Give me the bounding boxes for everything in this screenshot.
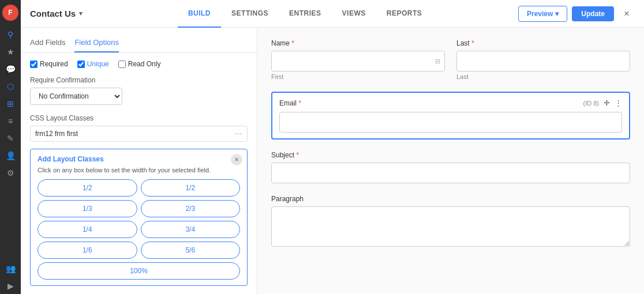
name-input-icon: ⊟ [435,58,440,65]
nav-icon-search[interactable]: ⚲ [2,27,18,43]
width-row-sixth: 1/6 5/6 [38,242,240,259]
email-header: Email * (ID 8) ✛ ⋮ [279,99,622,107]
checkbox-row: Required Unique Read Only [30,60,248,68]
tab-add-fields[interactable]: Add Fields [30,33,65,52]
nav-icon-user[interactable]: 👤 [2,148,18,164]
header-actions: Preview ▾ Update × [518,6,635,22]
preview-chevron-icon: ▾ [555,10,559,18]
name-last-row: Name * ⊟ First Last * Last [271,39,630,80]
name-required-star: * [291,39,294,47]
width-btn-half-2[interactable]: 1/2 [141,179,241,197]
readonly-label: Read Only [128,60,161,68]
email-cross-icon[interactable]: ✛ [604,99,610,107]
update-button[interactable]: Update [572,6,614,21]
tab-entries[interactable]: ENTRIES [279,0,332,28]
last-input[interactable] [456,51,630,71]
unique-checkbox[interactable] [77,61,85,68]
name-input[interactable] [271,51,445,71]
add-layout-close-button[interactable]: × [231,154,242,165]
width-row-third: 1/3 2/3 [38,200,240,217]
width-grid: 1/2 1/2 1/3 2/3 1/4 3/4 1/6 [38,179,240,280]
header-nav: BUILD SETTINGS ENTRIES VIEWS REPORTS [96,0,514,28]
nav-icon-form[interactable]: ⊞ [2,96,18,112]
panel-content: Required Unique Read Only Require Confir… [21,53,257,294]
name-label: Name * [271,39,445,47]
body-area: Add Fields Field Options Required Unique [21,28,644,294]
subject-label: Subject * [271,151,630,159]
last-label: Last * [456,39,630,47]
email-label: Email * [279,99,301,107]
width-btn-third[interactable]: 1/3 [38,200,137,217]
header: Contact Us ▾ BUILD SETTINGS ENTRIES VIEW… [21,0,644,28]
require-confirmation-section: Require Confirmation No Confirmation Req… [30,76,248,114]
tab-views[interactable]: VIEWS [332,0,376,28]
tab-reports[interactable]: REPORTS [376,0,433,28]
tab-field-options[interactable]: Field Options [74,33,119,52]
add-layout-box: × Add Layout Classes Click on any box be… [30,149,248,286]
name-sublabel: First [271,73,445,80]
email-input-area[interactable] [279,112,622,133]
css-layout-label: CSS Layout Classes [30,114,248,122]
email-id-label: (ID 8) [583,100,600,107]
css-input-row: ··· [30,126,248,142]
header-title: Contact Us ▾ [30,9,83,18]
css-layout-input[interactable] [35,130,233,138]
width-row-half: 1/2 1/2 [38,179,240,197]
width-row-quarter: 1/4 3/4 [38,221,240,238]
css-input-dots-icon[interactable]: ··· [235,129,242,139]
add-layout-title: Add Layout Classes [38,155,240,163]
nav-icon-play[interactable]: ▶ [2,278,18,294]
name-group: Name * ⊟ First [271,39,445,80]
required-label: Required [40,60,68,68]
tab-build[interactable]: BUILD [178,0,221,28]
email-menu-icon[interactable]: ⋮ [615,99,622,107]
last-group: Last * Last [456,39,630,80]
app-logo[interactable]: F [2,5,18,21]
title-chevron-icon[interactable]: ▾ [79,10,83,17]
name-input-wrapper: ⊟ [271,51,445,71]
preview-label: Preview [527,10,553,18]
preview-button[interactable]: Preview ▾ [518,6,567,22]
left-panel: Add Fields Field Options Required Unique [21,28,257,294]
panel-tabs: Add Fields Field Options [21,28,257,53]
nav-icon-chat[interactable]: 💬 [2,61,18,77]
required-checkbox[interactable] [30,61,38,68]
width-btn-two-thirds[interactable]: 2/3 [141,200,241,217]
subject-section: Subject * [271,151,630,183]
width-btn-sixth[interactable]: 1/6 [38,242,137,259]
last-sublabel: Last [456,73,630,80]
checkbox-readonly[interactable]: Read Only [118,60,161,68]
width-row-full: 100% [38,262,240,280]
paragraph-textarea[interactable] [271,206,630,247]
width-btn-quarter[interactable]: 1/4 [38,221,137,238]
left-sidebar: F ⚲ ★ 💬 ⬡ ⊞ ≡ ✎ 👤 ⚙ 👥 ▶ [0,0,21,294]
paragraph-section: Paragraph [271,195,630,248]
add-layout-desc: Click on any box below to set the width … [38,167,240,174]
subject-input[interactable] [271,163,630,183]
last-required-star: * [471,39,474,47]
checkbox-required[interactable]: Required [30,60,68,68]
nav-icon-star[interactable]: ★ [2,44,18,60]
width-btn-full[interactable]: 100% [38,262,240,280]
nav-icon-people[interactable]: 👥 [2,261,18,277]
paragraph-label: Paragraph [271,195,630,203]
width-btn-five-sixths[interactable]: 5/6 [141,242,241,259]
width-btn-three-quarters[interactable]: 3/4 [141,221,241,238]
nav-icon-tag[interactable]: ⬡ [2,78,18,95]
main-container: Contact Us ▾ BUILD SETTINGS ENTRIES VIEW… [21,0,644,294]
right-content: Name * ⊟ First Last * Last [257,28,644,294]
email-required-star: * [298,99,301,107]
require-confirmation-dropdown[interactable]: No Confirmation Require Confirmation [30,88,122,105]
nav-icon-docs[interactable]: ≡ [2,113,18,129]
checkbox-unique[interactable]: Unique [77,60,109,68]
tab-settings[interactable]: SETTINGS [221,0,279,28]
width-btn-half-1[interactable]: 1/2 [38,179,137,197]
app-title-text: Contact Us [30,9,76,18]
close-button[interactable]: × [619,6,635,22]
subject-required-star: * [296,151,299,159]
css-layout-section: CSS Layout Classes ··· [30,114,248,142]
nav-icon-wrench[interactable]: ⚙ [2,165,18,181]
require-confirmation-label: Require Confirmation [30,76,248,84]
readonly-checkbox[interactable] [118,61,126,68]
nav-icon-pencil[interactable]: ✎ [2,130,18,146]
